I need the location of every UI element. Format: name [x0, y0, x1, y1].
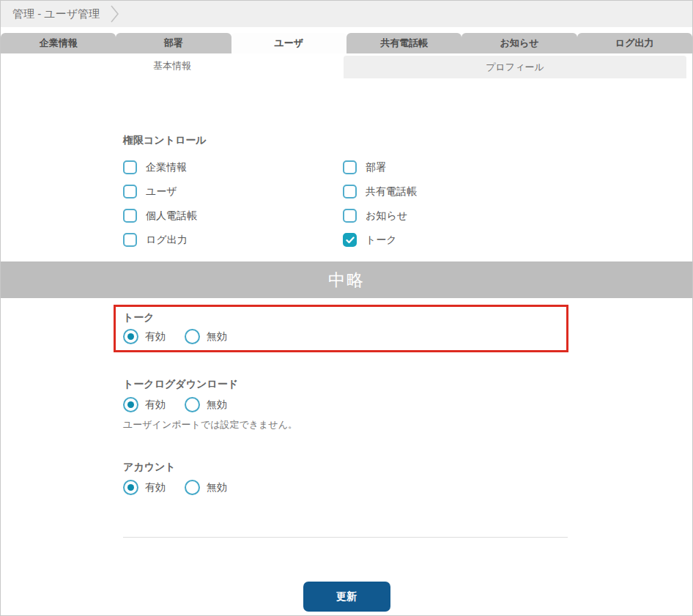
checkbox-box [123, 209, 137, 223]
checkbox-department[interactable]: 部署 [343, 160, 563, 174]
talk-log-download-setting: トークログダウンロード 有効 無効 ユーザインポートでは設定できません。 [123, 378, 692, 431]
radio-label: 無効 [207, 398, 227, 412]
talk-radio-enabled[interactable]: 有効 [123, 329, 166, 344]
main-tabs: 企業情報 部署 ユーザ 共有電話帳 お知らせ ログ出力 [1, 33, 692, 53]
checkbox-user[interactable]: ユーザ [123, 185, 343, 198]
chevron-right-icon [110, 4, 119, 23]
radio-label: 無効 [207, 330, 227, 344]
footer-divider [123, 537, 568, 538]
checkbox-notice[interactable]: お知らせ [343, 209, 563, 223]
talk-log-download-radio-group: 有効 無効 [123, 397, 692, 412]
checkbox-label: 部署 [366, 161, 386, 174]
tab-company-info[interactable]: 企業情報 [1, 33, 116, 53]
checkbox-box [343, 185, 357, 198]
tab-log-output[interactable]: ログ出力 [577, 33, 692, 53]
checkbox-label: トーク [366, 234, 397, 247]
checkbox-box [123, 160, 137, 174]
checkbox-box-checked [343, 233, 357, 247]
account-setting: アカウント 有効 無効 [123, 461, 692, 495]
user-management-page: 管理 - ユーザ管理 企業情報 部署 ユーザ 共有電話帳 お知らせ ログ出力 基… [0, 0, 693, 616]
checkbox-company-info[interactable]: 企業情報 [123, 160, 343, 174]
radio-label: 無効 [207, 481, 227, 494]
omitted-band-label: 中略 [328, 269, 365, 292]
checkbox-label: お知らせ [366, 209, 407, 223]
tab-department[interactable]: 部署 [116, 33, 231, 53]
talk-setting-highlighted: トーク 有効 無効 [114, 305, 568, 352]
checkbox-shared-phonebook[interactable]: 共有電話帳 [343, 185, 563, 198]
talk-setting-title: トーク [123, 311, 566, 324]
talk-radio-disabled[interactable]: 無効 [185, 329, 227, 344]
tab-user[interactable]: ユーザ [231, 33, 346, 53]
radio-unselected-icon [185, 329, 200, 344]
talk-log-download-radio-disabled[interactable]: 無効 [185, 397, 227, 412]
checkbox-box [343, 209, 357, 223]
radio-selected-icon [123, 397, 138, 412]
talk-radio-group: 有効 無効 [123, 329, 566, 344]
omitted-band: 中略 [1, 261, 692, 298]
checkbox-box [343, 160, 357, 174]
account-radio-group: 有効 無効 [123, 480, 692, 495]
talk-log-download-title: トークログダウンロード [123, 378, 692, 391]
radio-label: 有効 [145, 330, 166, 344]
talk-log-download-radio-enabled[interactable]: 有効 [123, 397, 166, 412]
breadcrumb[interactable]: 管理 - ユーザ管理 [1, 1, 692, 27]
account-setting-title: アカウント [123, 461, 692, 474]
radio-selected-icon [123, 329, 138, 344]
radio-selected-icon [123, 480, 138, 495]
sub-tabs: 基本情報 プロフィール [1, 53, 692, 78]
checkbox-label: ログ出力 [146, 234, 188, 247]
checkbox-label: 共有電話帳 [366, 185, 417, 198]
permission-checkbox-grid: 企業情報 部署 ユーザ 共有電話帳 個人電話帳 お知らせ ログ出力 [123, 160, 692, 247]
subtab-basic-info[interactable]: 基本情報 [1, 53, 344, 78]
check-icon [346, 237, 355, 244]
checkbox-label: 企業情報 [146, 161, 187, 174]
checkbox-label: 個人電話帳 [146, 209, 197, 223]
checkbox-box [123, 233, 137, 247]
tab-notice[interactable]: お知らせ [462, 33, 577, 53]
subtab-profile[interactable]: プロフィール [344, 56, 686, 78]
radio-unselected-icon [185, 397, 200, 412]
radio-unselected-icon [185, 480, 200, 495]
account-radio-disabled[interactable]: 無効 [185, 480, 227, 495]
permission-control-title: 権限コントロール [123, 134, 692, 147]
talk-log-download-note: ユーザインポートでは設定できません。 [123, 418, 692, 431]
checkbox-personal-phonebook[interactable]: 個人電話帳 [123, 209, 343, 223]
checkbox-box [123, 185, 137, 198]
account-radio-enabled[interactable]: 有効 [123, 480, 166, 495]
breadcrumb-label: 管理 - ユーザ管理 [12, 7, 100, 21]
update-button[interactable]: 更新 [303, 582, 390, 612]
checkbox-log-output[interactable]: ログ出力 [123, 233, 343, 247]
radio-label: 有効 [145, 481, 166, 494]
tab-shared-phonebook[interactable]: 共有電話帳 [346, 33, 462, 53]
radio-label: 有効 [145, 398, 166, 412]
checkbox-talk[interactable]: トーク [343, 233, 563, 247]
checkbox-label: ユーザ [146, 185, 177, 198]
